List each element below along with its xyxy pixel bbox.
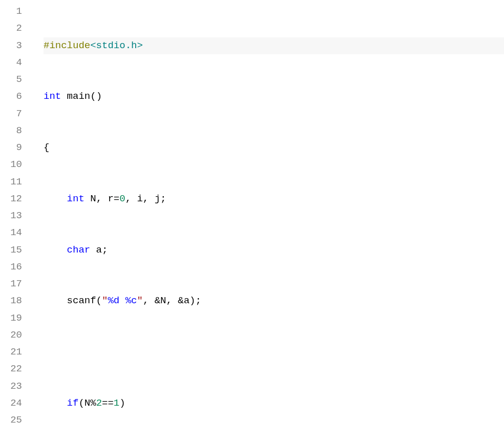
line-number: 12 [0,191,22,207]
code-line: #include<stdio.h> [44,37,504,54]
token-string: " [102,295,108,306]
token-header: <stdio.h> [90,40,143,51]
line-number-gutter: 1 2 3 4 5 6 7 8 9 10 11 12 13 14 15 16 1… [0,3,33,440]
token-brace: { [44,142,49,153]
token-indent [44,397,67,409]
token-keyword: int [67,193,85,204]
line-number: 13 [0,207,22,224]
line-number: 7 [0,106,22,122]
token-keyword: char [67,244,91,256]
line-number: 25 [0,412,22,429]
line-number: 2 [0,20,22,37]
token-indent [44,244,67,256]
code-line: char a; [44,242,504,259]
line-number: 6 [0,88,22,105]
line-number: 20 [0,327,22,344]
token-ident: main() [61,91,102,102]
token-ident: a; [90,244,108,256]
token-expr: (N% [78,397,96,409]
token-keyword: if [67,397,79,409]
token-ident: N, r= [85,193,119,204]
line-number: 10 [0,156,22,173]
token-paren: ) [119,397,125,409]
code-editor: 1 2 3 4 5 6 7 8 9 10 11 12 13 14 15 16 1… [0,3,504,440]
line-number: 19 [0,310,22,327]
line-number: 8 [0,122,22,139]
line-number: 15 [0,242,22,259]
token-op: == [102,397,114,409]
line-number: 21 [0,344,22,361]
token-number: 1 [114,397,119,409]
code-area[interactable]: #include<stdio.h> int main() { int N, r=… [33,3,504,440]
line-number: 24 [0,395,22,412]
token-ident: , i, j; [125,193,166,204]
code-line: int main() [44,88,504,105]
token-keyword: int [44,91,61,102]
token-indent [44,193,67,204]
code-line: { [44,139,504,156]
token-args: , &N, &a); [143,295,201,306]
token-number: 2 [96,397,102,409]
code-line: if(N%2==1) [44,395,504,412]
code-line: scanf("%d %c", &N, &a); [44,292,504,309]
line-number: 4 [0,54,22,71]
token-call: scanf( [44,295,102,306]
line-number: 3 [0,37,22,54]
token-string [119,295,125,306]
token-string: " [137,295,142,306]
line-number: 5 [0,71,22,88]
line-number: 11 [0,174,22,191]
line-number: 14 [0,224,22,241]
line-number: 18 [0,292,22,309]
token-number: 0 [119,193,125,204]
line-number: 23 [0,378,22,395]
line-number: 16 [0,259,22,276]
token-format: %c [125,295,137,306]
line-number: 17 [0,276,22,292]
code-line: int N, r=0, i, j; [44,191,504,207]
token-preprocessor: #include [44,40,90,51]
token-format: %d [108,295,119,306]
line-number: 22 [0,361,22,378]
line-number: 9 [0,139,22,156]
code-line [44,344,504,361]
line-number: 1 [0,3,22,20]
